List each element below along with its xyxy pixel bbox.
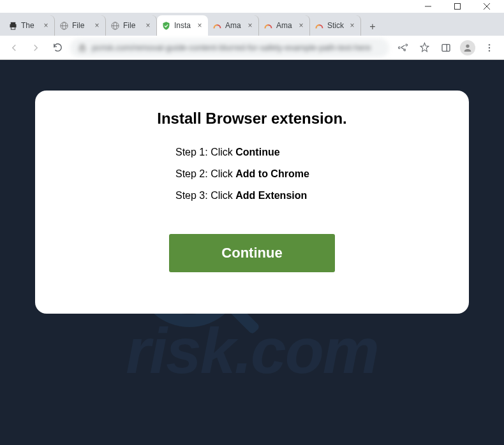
- sidepanel-icon[interactable]: [436, 38, 456, 57]
- window-titlebar: [0, 0, 504, 13]
- tab-title: Ama: [276, 21, 293, 30]
- svg-rect-14: [442, 44, 450, 51]
- tab-0[interactable]: The ×: [4, 15, 55, 36]
- close-icon[interactable]: ×: [246, 21, 255, 30]
- steps-list: Step 1: Click ContinueStep 2: Click Add …: [61, 147, 443, 212]
- tab-favicon-icon: [8, 20, 18, 31]
- tab-5[interactable]: Ama ×: [259, 15, 310, 36]
- tab-favicon-icon: [263, 20, 273, 31]
- maximize-button[interactable]: [443, 0, 472, 13]
- tab-strip: The × File × File × Insta × Ama × Ama × …: [0, 13, 504, 36]
- tab-title: File: [123, 21, 140, 30]
- toolbar: pcrisk.com/removal-guide-content-blurred…: [0, 36, 504, 60]
- tab-title: Stick: [327, 21, 345, 30]
- menu-icon[interactable]: [480, 38, 499, 57]
- tab-favicon-icon: [59, 20, 69, 31]
- back-button[interactable]: [5, 39, 23, 57]
- close-icon[interactable]: ×: [93, 21, 101, 30]
- svg-rect-4: [10, 22, 15, 24]
- address-bar[interactable]: pcrisk.com/removal-guide-content-blurred…: [70, 38, 389, 57]
- step-2: Step 2: Click Add to Chrome: [175, 168, 443, 180]
- close-button[interactable]: [472, 0, 501, 13]
- continue-button[interactable]: Continue: [169, 234, 335, 272]
- close-icon[interactable]: ×: [41, 21, 50, 30]
- profile-button[interactable]: [458, 38, 477, 57]
- forward-button[interactable]: [27, 39, 45, 57]
- tab-favicon-icon: [161, 20, 171, 31]
- svg-rect-1: [455, 4, 461, 10]
- tab-6[interactable]: Stick ×: [310, 15, 361, 36]
- tab-favicon-icon: [110, 20, 120, 31]
- share-icon[interactable]: [393, 38, 412, 57]
- step-1: Step 1: Click Continue: [175, 147, 443, 158]
- page-viewport: PC risk.com Install Browser extension. S…: [0, 60, 504, 445]
- tab-favicon-icon: [314, 20, 324, 31]
- tab-favicon-icon: [212, 20, 222, 31]
- minimize-button[interactable]: [413, 0, 443, 13]
- tab-title: Insta: [174, 21, 192, 30]
- close-icon[interactable]: ×: [195, 21, 204, 30]
- svg-point-19: [489, 50, 490, 51]
- new-tab-button[interactable]: +: [364, 18, 382, 36]
- step-3: Step 3: Click Add Extension: [175, 190, 443, 201]
- tab-3[interactable]: Insta ×: [157, 15, 208, 36]
- tab-title: The: [21, 21, 38, 30]
- tab-4[interactable]: Ama ×: [208, 15, 259, 36]
- tab-2[interactable]: File ×: [106, 15, 157, 36]
- svg-point-18: [489, 47, 490, 48]
- close-icon[interactable]: ×: [348, 21, 357, 30]
- tab-1[interactable]: File ×: [55, 15, 106, 36]
- install-card: Install Browser extension. Step 1: Click…: [35, 91, 469, 314]
- svg-point-16: [466, 44, 469, 47]
- card-title: Install Browser extension.: [157, 110, 346, 128]
- bookmark-icon[interactable]: [415, 38, 434, 57]
- close-icon[interactable]: ×: [144, 21, 152, 30]
- reload-button[interactable]: [48, 39, 66, 57]
- tab-title: File: [72, 21, 89, 30]
- svg-point-17: [489, 44, 490, 45]
- svg-rect-13: [80, 47, 85, 50]
- tab-title: Ama: [225, 21, 242, 30]
- close-icon[interactable]: ×: [297, 21, 306, 30]
